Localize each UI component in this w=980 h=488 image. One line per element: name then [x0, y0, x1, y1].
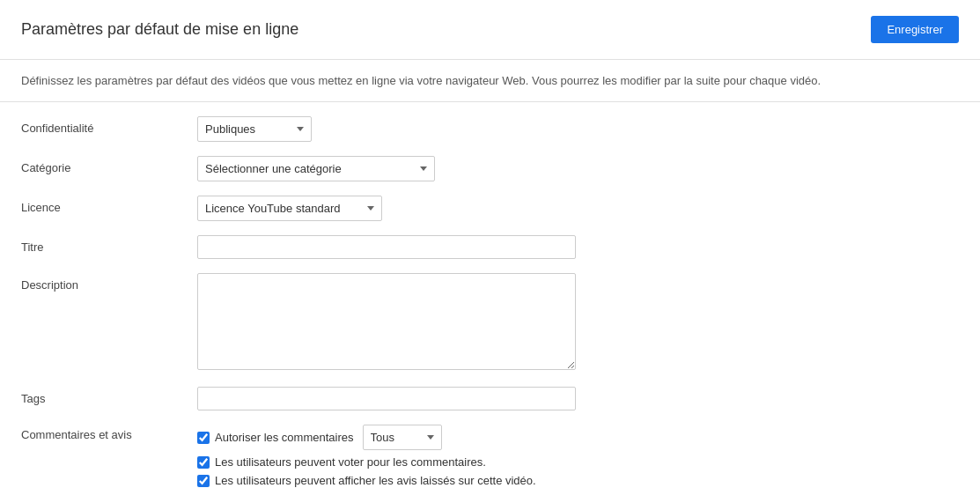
commentaires-row: Commentaires et avis Autoriser les comme…: [21, 425, 959, 487]
allow-comments-checkbox[interactable]: [197, 432, 210, 444]
confidentialite-label: Confidentialité: [21, 116, 197, 135]
comments-filter-select[interactable]: Tous Approuvés: [363, 425, 442, 450]
licence-control: Licence YouTube standard Creative Common…: [197, 196, 959, 221]
form-body: Confidentialité Publiques Non répertorié…: [0, 102, 980, 488]
tags-row: Tags: [21, 387, 959, 410]
titre-label: Titre: [21, 235, 197, 254]
categorie-label: Catégorie: [21, 156, 197, 174]
allow-comments-text: Autoriser les commentaires: [215, 431, 354, 444]
avis-checkbox[interactable]: [197, 475, 210, 487]
description-textarea[interactable]: [197, 273, 576, 370]
categorie-select[interactable]: Sélectionner une catégorie Divertissemen…: [197, 156, 435, 181]
save-button[interactable]: Enregistrer: [871, 16, 959, 43]
vote-checkbox[interactable]: [197, 456, 210, 469]
allow-comments-row: Autoriser les commentaires Tous Approuvé…: [197, 425, 536, 450]
description-label: Description: [21, 273, 197, 292]
licence-label: Licence: [21, 196, 197, 214]
page-title: Paramètres par défaut de mise en ligne: [21, 20, 298, 39]
tags-control: [197, 387, 959, 410]
commentaires-label: Commentaires et avis: [21, 425, 197, 441]
page-container: Paramètres par défaut de mise en ligne E…: [0, 0, 980, 488]
confidentialite-control: Publiques Non répertoriée Privée: [197, 116, 959, 142]
licence-row: Licence Licence YouTube standard Creativ…: [21, 196, 959, 221]
titre-control: [197, 235, 959, 259]
confidentialite-row: Confidentialité Publiques Non répertorié…: [21, 116, 959, 142]
categorie-control: Sélectionner une catégorie Divertissemen…: [197, 156, 959, 181]
allow-comments-checkbox-row: Autoriser les commentaires: [197, 431, 354, 444]
categorie-row: Catégorie Sélectionner une catégorie Div…: [21, 156, 959, 181]
avis-checkbox-row: Les utilisateurs peuvent afficher les av…: [197, 474, 536, 487]
description-row: Description: [21, 273, 959, 373]
titre-row: Titre: [21, 235, 959, 259]
page-description: Définissez les paramètres par défaut des…: [0, 60, 980, 102]
avis-label: Les utilisateurs peuvent afficher les av…: [215, 474, 536, 487]
tags-input[interactable]: [197, 387, 576, 410]
description-control: [197, 273, 959, 373]
header: Paramètres par défaut de mise en ligne E…: [0, 0, 980, 60]
licence-select[interactable]: Licence YouTube standard Creative Common…: [197, 196, 382, 221]
commentaires-controls: Autoriser les commentaires Tous Approuvé…: [197, 425, 536, 487]
vote-checkbox-row: Les utilisateurs peuvent voter pour les …: [197, 455, 536, 469]
tags-label: Tags: [21, 387, 197, 405]
confidentialite-select[interactable]: Publiques Non répertoriée Privée: [197, 116, 312, 142]
titre-input[interactable]: [197, 235, 576, 259]
vote-label: Les utilisateurs peuvent voter pour les …: [215, 455, 486, 469]
